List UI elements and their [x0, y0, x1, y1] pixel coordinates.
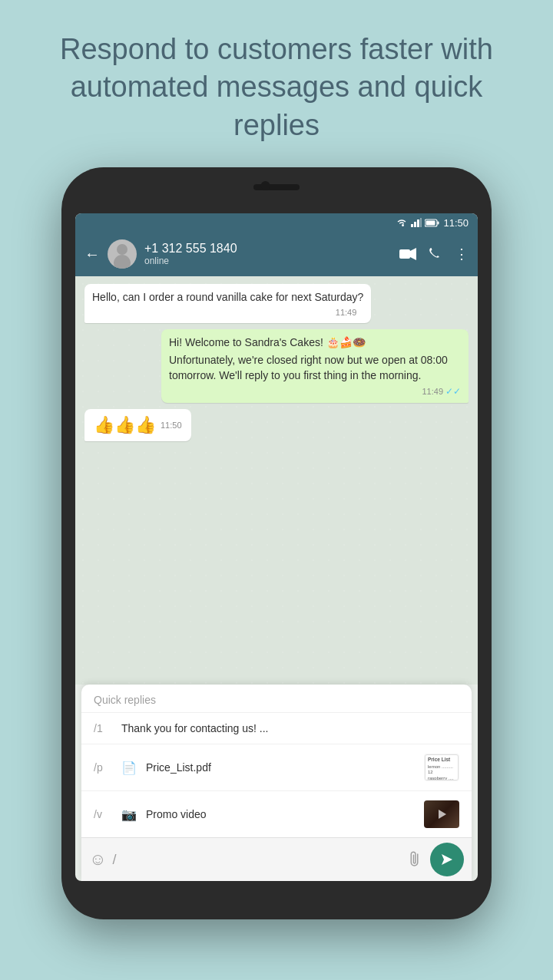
signal-icon	[411, 218, 422, 227]
svg-rect-1	[414, 222, 416, 227]
svg-rect-7	[399, 249, 410, 259]
wifi-icon	[396, 218, 408, 227]
more-options-icon[interactable]: ⋮	[455, 246, 469, 262]
document-icon: 📄	[121, 761, 137, 775]
quick-replies-panel: Quick replies /1 Thank you for contactin…	[81, 685, 472, 881]
back-button[interactable]: ←	[84, 246, 100, 263]
input-bar: ☺ /	[81, 837, 472, 881]
message-thumbs: 👍👍👍 11:50	[84, 409, 191, 441]
phone-device: 11:50 ← +1 312 555 1840 online ⋮	[61, 167, 492, 919]
battery-icon	[425, 219, 440, 227]
message-timestamp: 11:49	[336, 308, 357, 317]
shortcut-3: /v	[94, 808, 112, 820]
video-preview-img	[424, 800, 459, 828]
video-call-icon[interactable]	[399, 248, 416, 260]
message-greeting: Hi! Welcome to Sandra's Cakes! 🎂🍰🍩	[169, 335, 461, 351]
attach-button[interactable]	[404, 847, 429, 872]
header-icons: ⋮	[399, 246, 469, 262]
send-icon	[440, 853, 454, 866]
paperclip-icon	[404, 847, 426, 869]
shortcut-2: /p	[94, 761, 112, 774]
qr-text-2: Price_List.pdf	[146, 761, 415, 774]
thumbs-emoji: 👍👍👍	[94, 415, 156, 435]
chat-body: Hello, can I order a round vanilla cake …	[75, 276, 478, 685]
camera-dot	[261, 181, 270, 190]
svg-rect-6	[426, 220, 435, 225]
quick-replies-header: Quick replies	[81, 685, 472, 712]
phone-screen: 11:50 ← +1 312 555 1840 online ⋮	[75, 213, 478, 881]
message-received-1: Hello, can I order a round vanilla cake …	[84, 284, 371, 323]
contact-name: +1 312 555 1840	[144, 242, 392, 256]
status-bar: 11:50	[75, 213, 478, 232]
play-icon	[435, 808, 448, 820]
message-sent-1: Hi! Welcome to Sandra's Cakes! 🎂🍰🍩 Unfor…	[161, 329, 469, 403]
shortcut-1: /1	[94, 722, 112, 734]
message-input[interactable]	[122, 853, 402, 866]
svg-rect-0	[411, 224, 413, 227]
svg-marker-10	[442, 854, 452, 865]
message-body: Unfortunately, we're closed right now bu…	[169, 353, 461, 383]
camera-icon: 📷	[121, 807, 137, 822]
message-timestamp: 11:49	[422, 387, 443, 396]
contact-status: online	[144, 256, 392, 266]
svg-marker-8	[410, 248, 416, 260]
video-thumbnail	[424, 800, 459, 828]
phone-icon[interactable]	[429, 247, 442, 261]
pdf-preview: Price List lemon ......... 12 raspberry …	[425, 754, 459, 780]
read-receipt-icon: ✓✓	[445, 386, 461, 397]
status-time: 11:50	[443, 217, 469, 229]
emoji-button[interactable]: ☺	[89, 850, 106, 869]
status-icons: 11:50	[396, 217, 469, 229]
hero-title: Respond to customers faster with automat…	[0, 0, 553, 167]
quick-reply-item-3[interactable]: /v 📷 Promo video	[81, 790, 472, 837]
slash-indicator: /	[112, 852, 116, 868]
quick-reply-item-1[interactable]: /1 Thank you for contacting us! ...	[81, 712, 472, 744]
avatar	[108, 239, 137, 269]
thumbs-timestamp: 11:50	[161, 421, 182, 430]
svg-marker-9	[439, 810, 446, 819]
contact-info: +1 312 555 1840 online	[144, 242, 392, 266]
qr-text-3: Promo video	[146, 808, 415, 820]
send-button[interactable]	[430, 843, 464, 876]
chat-header: ← +1 312 555 1840 online ⋮	[75, 232, 478, 276]
quick-reply-item-2[interactable]: /p 📄 Price_List.pdf Price List lemon ...…	[81, 744, 472, 790]
pdf-thumbnail: Price List lemon ......... 12 raspberry …	[424, 754, 459, 781]
message-text: Hello, can I order a round vanilla cake …	[92, 291, 363, 303]
svg-rect-5	[438, 221, 439, 224]
svg-rect-2	[417, 219, 419, 227]
qr-text-1: Thank you for contacting us! ...	[121, 722, 459, 734]
svg-rect-3	[420, 218, 422, 227]
